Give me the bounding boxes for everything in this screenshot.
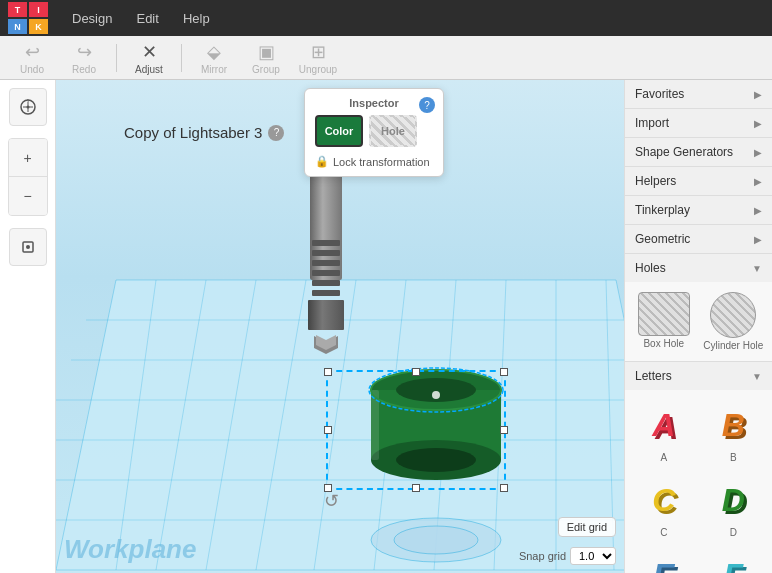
inspector-help-btn[interactable]: ?	[419, 97, 435, 113]
fit-icon	[20, 239, 36, 255]
redo-button[interactable]: ↪ Redo	[60, 39, 108, 77]
main-area: N + − Copy of Lightsaber 3 ?	[0, 80, 772, 573]
ungroup-button[interactable]: ⊞ Ungroup	[294, 39, 342, 77]
section-tinkerplay-header[interactable]: Tinkerplay ▶	[625, 196, 772, 224]
letter-b-item[interactable]: B B	[701, 396, 767, 467]
section-holes: Holes ▼ Box Hole Cylinder Hole	[625, 254, 772, 362]
zoom-in-btn[interactable]: +	[9, 139, 47, 177]
viewport[interactable]: Copy of Lightsaber 3 ?	[56, 80, 624, 573]
lock-icon: 🔒	[315, 155, 329, 168]
menu-edit[interactable]: Edit	[124, 0, 170, 36]
redo-icon: ↪	[77, 41, 92, 63]
undo-button[interactable]: ↩ Undo	[8, 39, 56, 77]
mirror-button[interactable]: ⬙ Mirror	[190, 39, 238, 77]
holes-label: Holes	[635, 261, 666, 275]
box-hole-item[interactable]: Box Hole	[631, 288, 697, 355]
section-shapegen-header[interactable]: Shape Generators ▶	[625, 138, 772, 166]
letter-d-shape: D	[708, 475, 758, 525]
svg-rect-34	[312, 250, 340, 256]
svg-point-3	[26, 106, 29, 109]
chevron-geometric: ▶	[754, 234, 762, 245]
section-holes-header[interactable]: Holes ▼	[625, 254, 772, 282]
ungroup-icon: ⊞	[311, 41, 326, 63]
box-hole-shape	[638, 292, 690, 336]
section-helpers: Helpers ▶	[625, 167, 772, 196]
svg-rect-39	[308, 300, 344, 330]
favorites-label: Favorites	[635, 87, 684, 101]
home-view-btn[interactable]: N	[9, 88, 47, 126]
chevron-tinkerplay: ▶	[754, 205, 762, 216]
left-nav-panel: N + −	[0, 80, 56, 573]
snap-grid-area: Snap grid 1.0 0.5 0.1 2.0	[519, 547, 616, 565]
letter-d-item[interactable]: D D	[701, 471, 767, 542]
svg-rect-35	[312, 260, 340, 266]
letter-c-item[interactable]: C C	[631, 471, 697, 542]
mirror-label: Mirror	[201, 64, 227, 75]
edit-grid-button[interactable]: Edit grid	[558, 517, 616, 537]
chevron-favorites: ▶	[754, 89, 762, 100]
mirror-icon: ⬙	[207, 41, 221, 63]
section-shapegen: Shape Generators ▶	[625, 138, 772, 167]
section-helpers-header[interactable]: Helpers ▶	[625, 167, 772, 195]
right-panel: Favorites ▶ Import ▶ Shape Generators ▶ …	[624, 80, 772, 573]
letter-e-shape: E	[639, 550, 689, 573]
group-button[interactable]: ▣ Group	[242, 39, 290, 77]
snap-grid-select[interactable]: 1.0 0.5 0.1 2.0	[570, 547, 616, 565]
snap-grid-label: Snap grid	[519, 550, 566, 562]
menu-help[interactable]: Help	[171, 0, 222, 36]
letters-content: A A B B C C D D	[625, 390, 772, 573]
section-favorites-header[interactable]: Favorites ▶	[625, 80, 772, 108]
letter-f-item[interactable]: F F	[701, 546, 767, 573]
logo-cell-tr: I	[29, 2, 48, 17]
color-label: Color	[325, 125, 354, 137]
letter-e-item[interactable]: E E	[631, 546, 697, 573]
letter-a-shape: A	[639, 400, 689, 450]
undo-icon: ↩	[25, 41, 40, 63]
section-favorites: Favorites ▶	[625, 80, 772, 109]
menu-bar: T I N K Design Edit Help	[0, 0, 772, 36]
helpers-label: Helpers	[635, 174, 676, 188]
zoom-out-btn[interactable]: −	[9, 177, 47, 215]
letter-c-label: C	[660, 527, 667, 538]
svg-rect-38	[312, 290, 340, 296]
chevron-shapegen: ▶	[754, 147, 762, 158]
svg-point-6	[26, 245, 30, 249]
letter-a-item[interactable]: A A	[631, 396, 697, 467]
rotate-handle[interactable]: ↺	[324, 490, 339, 512]
tinkerplay-label: Tinkerplay	[635, 203, 690, 217]
cylinder-hole-label: Cylinder Hole	[703, 340, 763, 351]
letters-label: Letters	[635, 369, 672, 383]
chevron-import: ▶	[754, 118, 762, 129]
fit-view-btn[interactable]	[9, 228, 47, 266]
svg-point-46	[396, 448, 476, 472]
ungroup-label: Ungroup	[299, 64, 337, 75]
menu-design[interactable]: Design	[60, 0, 124, 36]
section-geometric-header[interactable]: Geometric ▶	[625, 225, 772, 253]
hole-label: Hole	[381, 125, 405, 137]
toolbar: ↩ Undo ↪ Redo ✕ Adjust ⬙ Mirror ▣ Group …	[0, 36, 772, 80]
undo-label: Undo	[20, 64, 44, 75]
svg-rect-33	[312, 240, 340, 246]
help-badge[interactable]: ?	[268, 125, 284, 141]
hole-button[interactable]: Hole	[369, 115, 417, 147]
svg-point-50	[432, 391, 440, 399]
svg-rect-37	[312, 280, 340, 286]
box-hole-label: Box Hole	[643, 338, 684, 349]
cylinder-hole-shape	[710, 292, 756, 338]
view-controls: + −	[8, 138, 48, 216]
logo-cell-tl: T	[8, 2, 27, 17]
project-title: Copy of Lightsaber 3	[124, 124, 262, 141]
cylinder-hole-item[interactable]: Cylinder Hole	[701, 288, 767, 355]
letter-b-label: B	[730, 452, 737, 463]
tinkercad-logo[interactable]: T I N K	[8, 2, 48, 34]
section-tinkerplay: Tinkerplay ▶	[625, 196, 772, 225]
lock-transformation[interactable]: 🔒 Lock transformation	[315, 155, 433, 168]
color-button[interactable]: Color	[315, 115, 363, 147]
section-letters-header[interactable]: Letters ▼	[625, 362, 772, 390]
adjust-button[interactable]: ✕ Adjust	[125, 39, 173, 77]
letter-d-label: D	[730, 527, 737, 538]
section-import-header[interactable]: Import ▶	[625, 109, 772, 137]
adjust-icon: ✕	[142, 41, 157, 63]
svg-text:N: N	[26, 99, 28, 103]
section-letters: Letters ▼ A A B B C C	[625, 362, 772, 573]
